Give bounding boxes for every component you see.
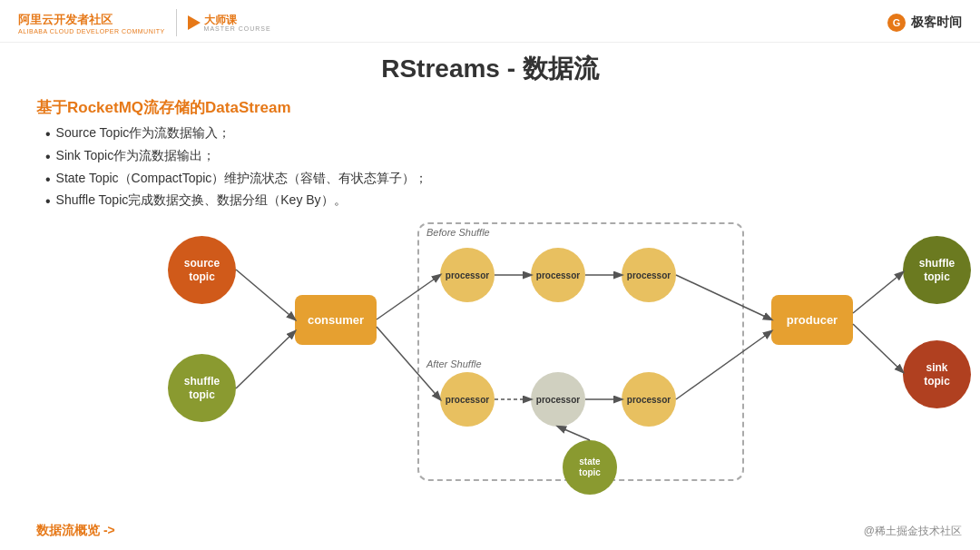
before-shuffle-label: Before Shuffle [426,227,490,238]
master-sub-text: MASTER COURSE [204,25,271,32]
right-logo: G 极客时间 [887,14,962,32]
bullet-list: Source Topic作为流数据输入； Sink Topic作为流数据输出； … [45,125,944,211]
master-triangle-icon [188,15,201,30]
processor-before-1: processor [440,248,495,302]
bullet-1: Source Topic作为流数据输入； [45,125,944,144]
footer-watermark: @稀土掘金技术社区 [864,524,962,539]
producer-node: producer [771,295,853,345]
consumer-node: consumer [295,295,377,345]
header-divider [176,9,177,36]
processor-after-1: processor [440,372,495,427]
main-content: RStreams - 数据流 基于RocketMQ流存储的DataStream … [0,43,980,495]
state-topic-node: statetopic [563,440,617,495]
processor-after-2: processor [531,372,585,427]
after-shuffle-label: After Shuffle [426,358,482,369]
master-text-wrap: 大师课 MASTER COURSE [204,15,271,32]
svg-line-1 [236,331,295,388]
slide-title: RStreams - 数据流 [36,52,944,86]
master-main-text: 大师课 [204,15,271,25]
alibaba-logo: 阿里云开发者社区 ALIBABA CLOUD DEVELOPER COMMUNI… [18,12,165,34]
svg-line-0 [236,270,295,319]
geek-text: 极客时间 [911,15,962,31]
processor-before-3: processor [622,248,676,302]
slide-subtitle: 基于RocketMQ流存储的DataStream [36,97,944,118]
bullet-4: Shuffle Topic完成数据交换、数据分组（Key By）。 [45,192,944,211]
shuffle-topic-left-node: shuffletopic [168,354,236,422]
svg-line-12 [853,324,903,372]
header: 阿里云开发者社区 ALIBABA CLOUD DEVELOPER COMMUNI… [0,0,980,43]
shuffle-topic-right-node: shuffletopic [903,236,971,304]
source-topic-node: sourcetopic [168,236,236,304]
processor-after-3: processor [622,372,676,427]
sink-topic-node: sinktopic [903,340,971,408]
svg-line-11 [853,272,903,313]
footer-link[interactable]: 数据流概览 -> [36,523,115,539]
alibaba-top-text: 阿里云开发者社区 [18,12,113,28]
diagram: Before Shuffle After Shuffle processor p… [36,222,944,486]
geek-icon: G [887,14,906,32]
processor-before-2: processor [531,248,585,302]
header-left: 阿里云开发者社区 ALIBABA CLOUD DEVELOPER COMMUNI… [18,9,271,36]
alibaba-bottom-text: ALIBABA CLOUD DEVELOPER COMMUNITY [18,28,165,34]
master-logo: 大师课 MASTER COURSE [188,15,271,32]
bullet-3: State Topic（CompactTopic）维护流状态（容错、有状态算子）… [45,171,944,190]
bullet-2: Sink Topic作为流数据输出； [45,148,944,167]
